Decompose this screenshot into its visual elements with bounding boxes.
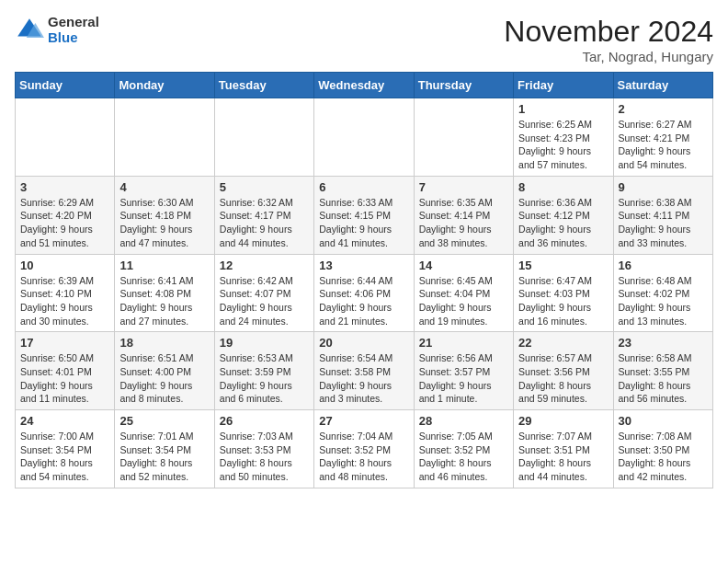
day-info: Sunrise: 6:45 AM Sunset: 4:04 PM Dayligh… [419, 274, 508, 328]
calendar-cell: 16Sunrise: 6:48 AM Sunset: 4:02 PM Dayli… [613, 254, 712, 332]
calendar-cell: 23Sunrise: 6:58 AM Sunset: 3:55 PM Dayli… [613, 332, 712, 410]
day-number: 23 [619, 336, 708, 350]
day-info: Sunrise: 6:27 AM Sunset: 4:21 PM Dayligh… [619, 118, 708, 172]
day-info: Sunrise: 6:41 AM Sunset: 4:08 PM Dayligh… [119, 274, 209, 328]
day-number: 29 [518, 414, 608, 428]
calendar-cell [214, 98, 313, 177]
page-header: General Blue November 2024 Tar, Nograd, … [15, 15, 713, 64]
calendar-cell: 1Sunrise: 6:25 AM Sunset: 4:23 PM Daylig… [514, 98, 613, 177]
calendar-cell: 18Sunrise: 6:51 AM Sunset: 4:00 PM Dayli… [115, 332, 214, 410]
calendar-cell: 19Sunrise: 6:53 AM Sunset: 3:59 PM Dayli… [214, 332, 313, 410]
day-info: Sunrise: 7:01 AM Sunset: 3:54 PM Dayligh… [119, 430, 209, 484]
day-info: Sunrise: 6:38 AM Sunset: 4:11 PM Dayligh… [619, 196, 708, 250]
calendar-cell: 10Sunrise: 6:39 AM Sunset: 4:10 PM Dayli… [16, 254, 115, 332]
day-number: 6 [319, 180, 408, 194]
day-number: 24 [20, 414, 109, 428]
calendar-cell: 6Sunrise: 6:33 AM Sunset: 4:15 PM Daylig… [314, 176, 414, 254]
calendar-cell: 4Sunrise: 6:30 AM Sunset: 4:18 PM Daylig… [115, 176, 214, 254]
day-number: 15 [518, 259, 608, 272]
weekday-header: Sunday [16, 73, 115, 98]
calendar-cell: 14Sunrise: 6:45 AM Sunset: 4:04 PM Dayli… [414, 254, 513, 332]
day-info: Sunrise: 6:44 AM Sunset: 4:06 PM Dayligh… [319, 274, 408, 328]
day-number: 28 [419, 414, 508, 428]
day-number: 25 [119, 414, 209, 428]
calendar-cell [115, 98, 214, 177]
day-number: 5 [220, 180, 309, 194]
day-info: Sunrise: 6:33 AM Sunset: 4:15 PM Dayligh… [319, 196, 408, 250]
logo-icon [15, 16, 44, 45]
day-number: 18 [119, 336, 209, 350]
day-info: Sunrise: 6:51 AM Sunset: 4:00 PM Dayligh… [119, 351, 209, 406]
calendar-cell: 5Sunrise: 6:32 AM Sunset: 4:17 PM Daylig… [214, 176, 313, 254]
title-block: November 2024 Tar, Nograd, Hungary [504, 15, 713, 64]
day-info: Sunrise: 6:39 AM Sunset: 4:10 PM Dayligh… [20, 274, 109, 328]
calendar-cell: 8Sunrise: 6:36 AM Sunset: 4:12 PM Daylig… [514, 176, 613, 254]
day-info: Sunrise: 6:48 AM Sunset: 4:02 PM Dayligh… [619, 274, 708, 328]
day-number: 9 [619, 180, 708, 194]
day-info: Sunrise: 7:04 AM Sunset: 3:52 PM Dayligh… [319, 430, 408, 484]
day-info: Sunrise: 7:05 AM Sunset: 3:52 PM Dayligh… [419, 430, 508, 484]
calendar-cell: 27Sunrise: 7:04 AM Sunset: 3:52 PM Dayli… [314, 410, 414, 488]
calendar-week-row: 10Sunrise: 6:39 AM Sunset: 4:10 PM Dayli… [16, 254, 713, 332]
calendar-cell: 28Sunrise: 7:05 AM Sunset: 3:52 PM Dayli… [414, 410, 513, 488]
day-number: 16 [619, 259, 708, 272]
day-info: Sunrise: 6:30 AM Sunset: 4:18 PM Dayligh… [119, 196, 209, 250]
calendar-cell: 29Sunrise: 7:07 AM Sunset: 3:51 PM Dayli… [514, 410, 613, 488]
day-number: 26 [220, 414, 309, 428]
calendar-cell [314, 98, 414, 177]
calendar-cell: 11Sunrise: 6:41 AM Sunset: 4:08 PM Dayli… [115, 254, 214, 332]
day-number: 2 [619, 102, 708, 116]
calendar-cell: 7Sunrise: 6:35 AM Sunset: 4:14 PM Daylig… [414, 176, 513, 254]
month-title: November 2024 [504, 15, 713, 49]
day-info: Sunrise: 7:00 AM Sunset: 3:54 PM Dayligh… [20, 430, 109, 484]
day-number: 13 [319, 259, 408, 272]
day-info: Sunrise: 6:36 AM Sunset: 4:12 PM Dayligh… [518, 196, 608, 250]
day-info: Sunrise: 6:54 AM Sunset: 3:58 PM Dayligh… [319, 351, 408, 406]
calendar-cell [414, 98, 513, 177]
day-number: 17 [20, 336, 109, 350]
calendar-cell: 26Sunrise: 7:03 AM Sunset: 3:53 PM Dayli… [214, 410, 313, 488]
logo-text: General Blue [48, 15, 99, 45]
day-info: Sunrise: 7:08 AM Sunset: 3:50 PM Dayligh… [619, 430, 708, 484]
weekday-header: Saturday [613, 73, 712, 98]
day-number: 10 [20, 259, 109, 272]
calendar-cell: 17Sunrise: 6:50 AM Sunset: 4:01 PM Dayli… [16, 332, 115, 410]
calendar-week-row: 24Sunrise: 7:00 AM Sunset: 3:54 PM Dayli… [16, 410, 713, 488]
calendar-cell: 2Sunrise: 6:27 AM Sunset: 4:21 PM Daylig… [613, 98, 712, 177]
calendar-cell [16, 98, 115, 177]
calendar-cell: 15Sunrise: 6:47 AM Sunset: 4:03 PM Dayli… [514, 254, 613, 332]
location: Tar, Nograd, Hungary [504, 49, 713, 64]
logo-blue: Blue [48, 30, 99, 46]
day-info: Sunrise: 6:58 AM Sunset: 3:55 PM Dayligh… [619, 351, 708, 406]
day-info: Sunrise: 6:47 AM Sunset: 4:03 PM Dayligh… [518, 274, 608, 328]
day-number: 8 [518, 180, 608, 194]
day-number: 11 [119, 259, 209, 272]
calendar-cell: 25Sunrise: 7:01 AM Sunset: 3:54 PM Dayli… [115, 410, 214, 488]
calendar-week-row: 3Sunrise: 6:29 AM Sunset: 4:20 PM Daylig… [16, 176, 713, 254]
day-number: 20 [319, 336, 408, 350]
day-number: 4 [119, 180, 209, 194]
logo-general: General [48, 15, 99, 30]
logo: General Blue [15, 15, 99, 45]
day-info: Sunrise: 6:35 AM Sunset: 4:14 PM Dayligh… [419, 196, 508, 250]
weekday-header: Monday [115, 73, 214, 98]
weekday-header: Thursday [414, 73, 513, 98]
day-info: Sunrise: 6:50 AM Sunset: 4:01 PM Dayligh… [20, 351, 109, 406]
day-number: 7 [419, 180, 508, 194]
calendar-week-row: 1Sunrise: 6:25 AM Sunset: 4:23 PM Daylig… [16, 98, 713, 177]
calendar-cell: 20Sunrise: 6:54 AM Sunset: 3:58 PM Dayli… [314, 332, 414, 410]
weekday-header: Wednesday [314, 73, 414, 98]
day-info: Sunrise: 6:32 AM Sunset: 4:17 PM Dayligh… [220, 196, 309, 250]
weekday-header-row: SundayMondayTuesdayWednesdayThursdayFrid… [16, 73, 713, 98]
day-info: Sunrise: 6:29 AM Sunset: 4:20 PM Dayligh… [20, 196, 109, 250]
calendar-cell: 21Sunrise: 6:56 AM Sunset: 3:57 PM Dayli… [414, 332, 513, 410]
calendar-cell: 12Sunrise: 6:42 AM Sunset: 4:07 PM Dayli… [214, 254, 313, 332]
day-number: 12 [220, 259, 309, 272]
calendar: SundayMondayTuesdayWednesdayThursdayFrid… [15, 72, 713, 488]
calendar-cell: 30Sunrise: 7:08 AM Sunset: 3:50 PM Dayli… [613, 410, 712, 488]
day-number: 3 [20, 180, 109, 194]
calendar-cell: 9Sunrise: 6:38 AM Sunset: 4:11 PM Daylig… [613, 176, 712, 254]
calendar-cell: 22Sunrise: 6:57 AM Sunset: 3:56 PM Dayli… [514, 332, 613, 410]
calendar-cell: 3Sunrise: 6:29 AM Sunset: 4:20 PM Daylig… [16, 176, 115, 254]
day-number: 14 [419, 259, 508, 272]
